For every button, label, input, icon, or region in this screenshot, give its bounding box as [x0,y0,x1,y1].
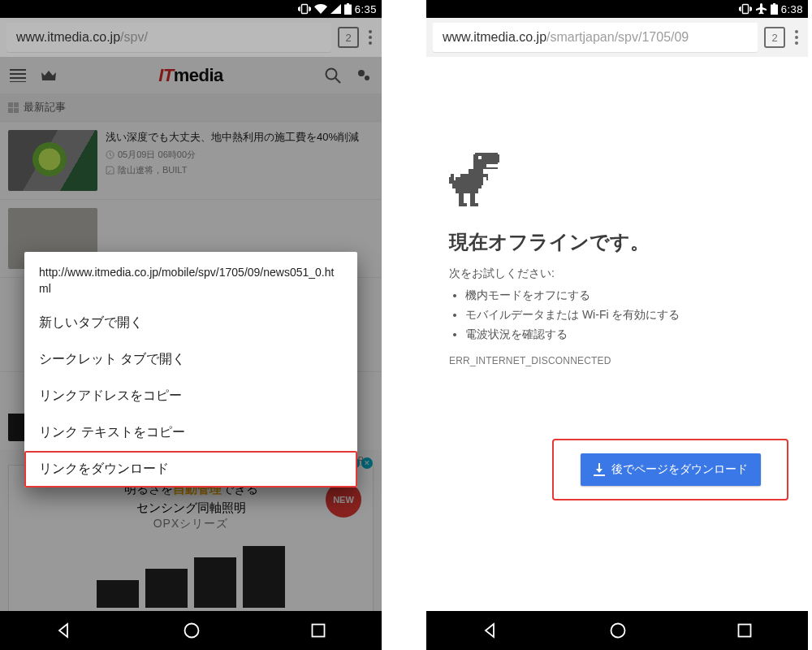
tab-count: 2 [771,32,777,44]
offline-title: 現在オフラインです。 [449,229,785,255]
menu-icon[interactable] [365,27,375,48]
svg-rect-12 [486,167,493,169]
svg-rect-17 [452,180,482,188]
android-navbar [426,611,808,650]
vibrate-icon [298,3,311,15]
menu-open-incognito[interactable]: シークレット タブで開く [24,341,357,378]
vibrate-icon [739,3,752,15]
tab-switcher[interactable]: 2 [338,27,359,48]
svg-point-5 [184,624,198,638]
tab-count: 2 [345,32,351,44]
svg-rect-24 [459,203,467,206]
back-icon[interactable] [482,622,499,639]
svg-rect-26 [470,203,478,206]
offline-error-code: ERR_INTERNET_DISCONNECTED [449,355,785,366]
recent-icon[interactable] [736,622,753,639]
tab-switcher[interactable]: 2 [764,27,785,48]
airplane-icon [755,3,767,15]
omnibox[interactable]: www.itmedia.co.jp/spv/ [6,23,331,52]
signal-icon [330,4,341,14]
svg-rect-19 [451,174,454,179]
battery-icon [771,3,778,15]
url-host: www.itmedia.co.jp [443,30,546,45]
svg-rect-23 [459,193,464,203]
download-later-label: 後でページをダウンロード [611,462,748,477]
svg-rect-11 [486,164,499,167]
menu-copy-link-address[interactable]: リンクアドレスをコピー [24,378,357,414]
offline-page: 現在オフラインです。 次をお試しください: 機内モードをオフにする モバイルデー… [426,57,808,611]
browser-toolbar: www.itmedia.co.jp/spv/ 2 [0,18,382,57]
menu-copy-link-text[interactable]: リンク テキストをコピー [24,414,357,451]
status-bar: 6:35 [0,0,382,18]
svg-rect-21 [486,177,488,180]
menu-icon[interactable] [792,27,801,48]
offline-lead: 次をお試しください: [449,266,785,281]
status-time: 6:35 [355,3,377,15]
recent-icon[interactable] [310,622,326,639]
url-path: /spv/ [120,30,148,45]
svg-rect-0 [301,5,307,14]
back-icon[interactable] [55,622,73,639]
download-later-button[interactable]: 後でページをダウンロード [581,453,761,486]
phone-left: 6:35 www.itmedia.co.jp/spv/ 2 ITmedia [0,0,382,650]
svg-rect-28 [739,625,751,637]
svg-rect-25 [470,193,475,203]
download-later-highlight: 後でページをダウンロード [552,439,788,500]
offline-tips: 機内モードをオフにする モバイルデータまたは Wi-Fi を有効にする 電波状況… [465,286,785,344]
home-icon[interactable] [183,622,201,639]
download-icon [594,463,605,476]
url-path: /smartjapan/spv/1705/09 [546,30,689,45]
home-icon[interactable] [609,622,627,639]
svg-rect-9 [473,154,475,169]
phone-right: 6:38 www.itmedia.co.jp/smartjapan/spv/17… [426,0,808,650]
dino-icon[interactable] [449,153,785,211]
svg-rect-10 [498,154,499,162]
context-menu-url: http://www.itmedia.co.jp/mobile/spv/1705… [24,265,357,305]
page-body: ITmedia 最新記事 浅い深度でも大丈夫、地中熱利用の施工費を40%削減 0… [0,57,382,611]
offline-tip: 電波状況を確認する [465,325,785,344]
battery-icon [344,3,352,15]
browser-toolbar: www.itmedia.co.jp/smartjapan/spv/1705/09… [426,18,808,57]
svg-rect-14 [469,169,483,174]
status-bar: 6:38 [426,0,808,18]
menu-download-link[interactable]: リンクをダウンロード [24,451,357,488]
svg-rect-7 [742,5,748,14]
url-host: www.itmedia.co.jp [16,30,120,45]
status-time: 6:38 [781,3,803,15]
svg-rect-20 [483,174,488,177]
svg-rect-22 [456,188,478,193]
link-context-menu: http://www.itmedia.co.jp/mobile/spv/1705… [24,252,357,488]
menu-open-new-tab[interactable]: 新しいタブで開く [24,305,357,341]
svg-rect-13 [478,156,482,159]
svg-rect-6 [313,625,325,637]
svg-point-27 [611,624,624,638]
android-navbar [0,611,382,650]
offline-tip: 機内モードをオフにする [465,286,785,306]
wifi-icon [314,4,327,14]
offline-tip: モバイルデータまたは Wi-Fi を有効にする [465,306,785,325]
omnibox[interactable]: www.itmedia.co.jp/smartjapan/spv/1705/09 [433,23,758,52]
